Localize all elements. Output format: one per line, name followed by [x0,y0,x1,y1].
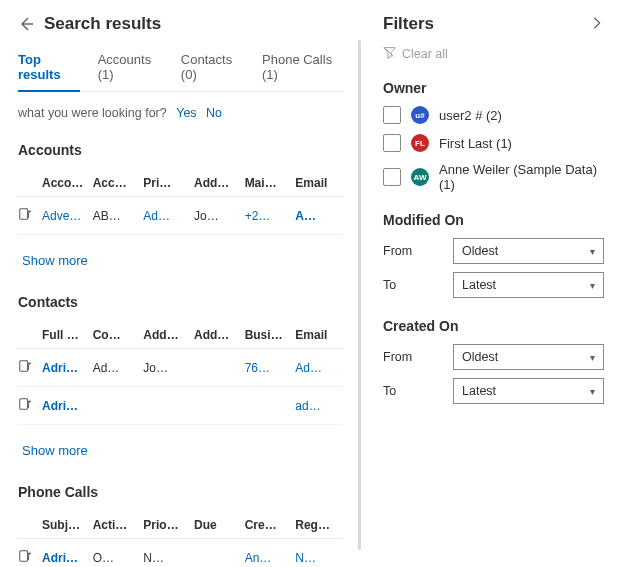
record-icon [18,549,32,563]
owner-label: First Last (1) [439,136,512,151]
cell [190,349,241,387]
col-cre[interactable]: Cre… [241,512,292,539]
cell[interactable]: Ad… [139,197,190,235]
cell[interactable]: ad… [291,387,342,425]
col-mai[interactable]: Mai… [241,170,292,197]
col-due[interactable]: Due [190,512,241,539]
checkbox[interactable] [383,168,401,186]
col-add2[interactable]: Add… [190,322,241,349]
col-add[interactable]: Add… [190,170,241,197]
owner-option[interactable]: u# user2 # (2) [383,106,604,124]
col-prio[interactable]: Prio… [139,512,190,539]
cell [139,387,190,425]
tab-contacts[interactable]: Contacts (0) [181,52,244,91]
feedback-prompt: what you were looking for? Yes No [18,106,342,120]
cell[interactable]: +2… [241,197,292,235]
cell[interactable] [241,387,292,425]
tabs: Top results Accounts (1) Contacts (0) Ph… [18,52,342,92]
clear-filter-icon [383,46,396,62]
accounts-show-more[interactable]: Show more [22,253,88,268]
cell[interactable]: An… [241,539,292,568]
back-arrow-icon[interactable] [18,16,34,32]
created-to-select[interactable]: Latest ▾ [453,378,604,404]
owner-label: Anne Weiler (Sample Data) (1) [439,162,604,192]
contact-name-link[interactable]: Adrienne … [38,387,89,425]
cell[interactable]: N… [291,539,342,568]
phonecall-subject-link[interactable]: Adrian Du… [38,539,89,568]
col-acti[interactable]: Acti… [89,512,140,539]
search-results-panel: Search results Top results Accounts (1) … [0,0,358,567]
modified-to-select[interactable]: Latest ▾ [453,272,604,298]
chevron-right-icon[interactable] [590,16,604,33]
filters-header: Filters [383,14,604,34]
svg-rect-3 [20,399,28,410]
contacts-row[interactable]: Adrian Du… Ad… Jo… 76… Ad… [18,349,342,387]
cell: Jo… [190,197,241,235]
owner-facet: Owner u# user2 # (2) FL First Last (1) A… [383,80,604,192]
chevron-down-icon: ▾ [590,246,595,257]
modified-from-select[interactable]: Oldest ▾ [453,238,604,264]
record-icon [18,207,32,221]
accounts-row[interactable]: Adventure … AB… Ad… Jo… +2… A… [18,197,342,235]
checkbox[interactable] [383,106,401,124]
owner-option[interactable]: AW Anne Weiler (Sample Data) (1) [383,162,604,192]
tab-accounts[interactable]: Accounts (1) [98,52,163,91]
col-full-name[interactable]: Full Name [38,322,89,349]
col-subject[interactable]: Subject [38,512,89,539]
feedback-no-link[interactable]: No [206,106,222,120]
cell[interactable]: A… [291,197,342,235]
select-value: Oldest [462,244,498,258]
checkbox[interactable] [383,134,401,152]
contacts-table: Full Name Co… Add… Add… Busi… Email Adri… [18,322,342,425]
chevron-down-icon: ▾ [590,386,595,397]
col-email[interactable]: Email [291,322,342,349]
owner-option[interactable]: FL First Last (1) [383,134,604,152]
cell [89,387,140,425]
clear-all-button[interactable]: Clear all [383,46,604,62]
chevron-down-icon: ▾ [590,280,595,291]
feedback-yes-link[interactable]: Yes [176,106,196,120]
col-acc[interactable]: Acc… [89,170,140,197]
contacts-row[interactable]: Adrienne … ad… [18,387,342,425]
tab-top-results[interactable]: Top results [18,52,80,92]
col-add1[interactable]: Add… [139,322,190,349]
created-from-select[interactable]: Oldest ▾ [453,344,604,370]
col-busi[interactable]: Busi… [241,322,292,349]
col-pri[interactable]: Pri… [139,170,190,197]
avatar-icon: AW [411,168,429,186]
modified-on-title: Modified On [383,212,604,228]
svg-rect-4 [20,551,28,562]
col-reg[interactable]: Reg… [291,512,342,539]
from-label: From [383,350,443,364]
contacts-show-more[interactable]: Show more [22,443,88,458]
record-icon [18,397,32,411]
cell: Jo… [139,349,190,387]
account-name-link[interactable]: Adventure … [38,197,89,235]
phonecalls-row[interactable]: Adrian Du… O… N… An… N… [18,539,342,568]
col-email[interactable]: Email [291,170,342,197]
created-on-facet: Created On From Oldest ▾ To Latest ▾ [383,318,604,404]
phonecalls-header-row: Subject Acti… Prio… Due Cre… Reg… [18,512,342,539]
cell: N… [139,539,190,568]
contacts-heading: Contacts [18,294,342,310]
page-title: Search results [44,14,161,34]
svg-rect-1 [20,209,28,220]
col-account-name[interactable]: Account Name [38,170,89,197]
owner-facet-title: Owner [383,80,604,96]
contact-name-link[interactable]: Adrian Du… [38,349,89,387]
created-on-title: Created On [383,318,604,334]
cell: Ad… [89,349,140,387]
phonecalls-heading: Phone Calls [18,484,342,500]
avatar-icon: u# [411,106,429,124]
clear-all-label: Clear all [402,47,448,61]
modified-on-facet: Modified On From Oldest ▾ To Latest ▾ [383,212,604,298]
cell[interactable]: 76… [241,349,292,387]
phonecalls-table: Subject Acti… Prio… Due Cre… Reg… Adrian… [18,512,342,567]
col-co[interactable]: Co… [89,322,140,349]
tab-phone-calls[interactable]: Phone Calls (1) [262,52,342,91]
header: Search results [18,14,342,34]
avatar-icon: FL [411,134,429,152]
svg-rect-2 [20,361,28,372]
cell[interactable]: Ad… [291,349,342,387]
owner-label: user2 # (2) [439,108,502,123]
